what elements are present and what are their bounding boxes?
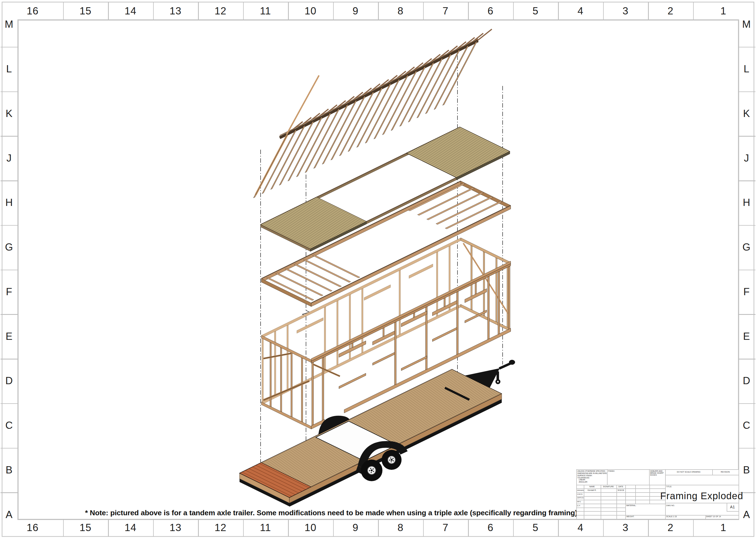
sheet-label: SHEET 10 OF 14 <box>706 515 721 517</box>
approval-row-label-4: Q.A <box>577 505 580 507</box>
approval-row-label-0: DRAWN <box>577 489 584 491</box>
approval-row-label-2: APPV'D <box>577 497 584 499</box>
material-label: MATERIAL: <box>626 505 637 507</box>
approval-row-label-1: CHK'D <box>577 493 583 495</box>
revision-label: REVISION <box>721 471 730 473</box>
do-not-scale-label: DO NOT SCALE DRAWING <box>677 471 700 473</box>
scale-label: SCALE:1:15 <box>666 515 677 517</box>
exploded-framing-drawing <box>0 0 756 538</box>
weight-label: WEIGHT: <box>626 515 634 517</box>
approval-row-label-3: MFG <box>577 501 581 503</box>
dwg-no-label: DWG NO. <box>666 505 675 507</box>
drawing-sheet: 1616151514141313121211111010998877665544… <box>0 0 756 538</box>
signature-column-header: SIGNATURE <box>603 486 614 488</box>
paper-size: A1 <box>730 505 735 509</box>
drawing-title: Framing Exploded <box>621 490 756 502</box>
finish-label: FINISH: <box>608 470 615 472</box>
title-block: UNLESS OTHERWISE SPECIFIED: DIMENSIONS A… <box>576 469 738 519</box>
deburr-label: DEBURR AND BREAK SHARP EDGES <box>650 470 664 476</box>
sheet-note: * Note: pictured above is for a tandem a… <box>85 509 577 517</box>
name-column-header: NAME <box>589 486 595 488</box>
approval-row-name-0: Kendall R. <box>588 489 596 491</box>
date-column-header: DATE <box>618 486 623 488</box>
tolerance-note: UNLESS OTHERWISE SPECIFIED: DIMENSIONS A… <box>577 470 607 483</box>
title-label: TITLE: <box>666 486 672 488</box>
